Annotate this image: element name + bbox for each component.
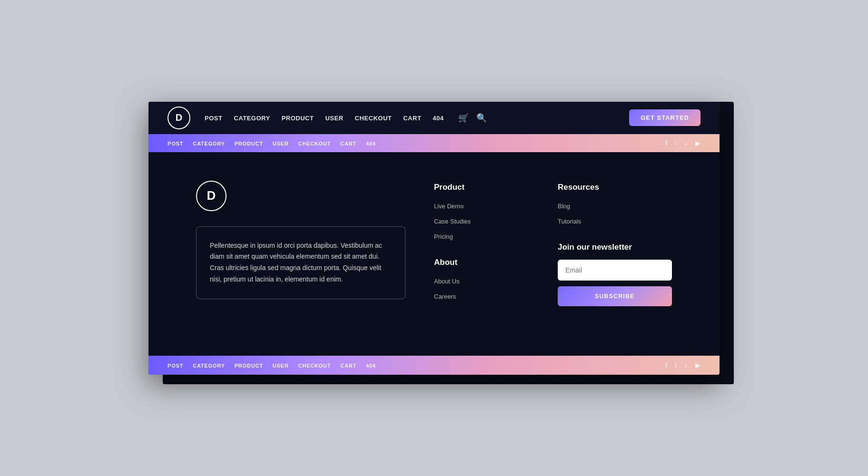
bottom-nav-links: POST CATEGORY PRODUCT USER CHECKOUT CART… — [168, 361, 376, 369]
product-section: Product Live Demo Case Studies Pricing — [434, 183, 529, 241]
link-live-demo[interactable]: Live Demo — [434, 203, 464, 210]
twitter-icon[interactable]: t — [675, 139, 677, 147]
search-icon[interactable]: 🔍 — [476, 113, 487, 123]
subscribe-button[interactable]: SUBSCRIBE — [558, 286, 672, 306]
right-column: Resources Blog Tutorials Join our newsle… — [558, 181, 672, 306]
link-case-studies[interactable]: Case Studies — [434, 218, 471, 225]
nav-post[interactable]: POST — [205, 115, 222, 122]
grad-nav-post[interactable]: POST — [168, 141, 183, 146]
link-pricing[interactable]: Pricing — [434, 233, 453, 240]
bottom-facebook-icon[interactable]: f — [665, 361, 667, 369]
about-links: About Us Careers — [434, 277, 529, 301]
content-area: D Pellentesque in ipsum id orci porta da… — [148, 152, 720, 356]
resources-links: Blog Tutorials — [558, 202, 672, 225]
bottom-nav-checkout[interactable]: CHECKOUT — [298, 363, 331, 369]
youtube-icon[interactable]: ▶ — [695, 139, 700, 147]
nav-category[interactable]: CATEGORY — [234, 115, 270, 122]
grad-nav-cart[interactable]: CART — [340, 141, 356, 146]
product-title: Product — [434, 183, 529, 192]
email-input[interactable] — [558, 260, 672, 281]
bottom-social: f t ♪ ▶ — [665, 361, 700, 369]
resources-title: Resources — [558, 183, 672, 192]
product-links: Live Demo Case Studies Pricing — [434, 202, 529, 241]
nav-404[interactable]: 404 — [433, 115, 444, 122]
nav-user[interactable]: USER — [325, 115, 343, 122]
gradient-navbar: POST CATEGORY PRODUCT USER CHECKOUT CART… — [148, 134, 720, 152]
grad-nav-checkout[interactable]: CHECKOUT — [298, 141, 331, 146]
bottom-tiktok-icon[interactable]: ♪ — [684, 361, 688, 369]
grad-nav-category[interactable]: CATEGORY — [193, 141, 225, 146]
bottom-twitter-icon[interactable]: t — [675, 361, 677, 369]
bottom-nav-post[interactable]: POST — [168, 363, 183, 369]
about-section: About About Us Careers — [434, 258, 529, 301]
link-tutorials[interactable]: Tutorials — [558, 218, 581, 225]
description-box: Pellentesque in ipsum id orci porta dapi… — [196, 226, 405, 299]
link-careers[interactable]: Careers — [434, 293, 456, 300]
top-navbar: D POST CATEGORY PRODUCT USER CHECKOUT CA… — [148, 102, 720, 134]
grad-nav-user[interactable]: USER — [273, 141, 289, 146]
top-nav-links: POST CATEGORY PRODUCT USER CHECKOUT CART… — [205, 114, 444, 122]
tiktok-icon[interactable]: ♪ — [684, 139, 688, 147]
bottom-nav-user[interactable]: USER — [273, 363, 289, 369]
grad-nav-404[interactable]: 404 — [366, 141, 376, 146]
about-title: About — [434, 258, 529, 267]
center-column: Product Live Demo Case Studies Pricing A… — [434, 181, 529, 318]
top-nav-icons: 🛒 🔍 — [458, 113, 487, 123]
bottom-gradient-bar: POST CATEGORY PRODUCT USER CHECKOUT CART… — [148, 356, 720, 375]
grad-nav-product[interactable]: PRODUCT — [235, 141, 263, 146]
gradient-nav-social: f t ♪ ▶ — [665, 139, 700, 147]
gradient-nav-links: POST CATEGORY PRODUCT USER CHECKOUT CART… — [168, 139, 376, 147]
newsletter-title: Join our newsletter — [558, 243, 672, 252]
bottom-nav-cart[interactable]: CART — [340, 363, 356, 369]
cart-icon[interactable]: 🛒 — [458, 113, 469, 123]
left-column: D Pellentesque in ipsum id orci porta da… — [196, 181, 405, 299]
bottom-nav-404[interactable]: 404 — [366, 363, 376, 369]
get-started-button[interactable]: GET STARTED — [629, 109, 700, 126]
description-text: Pellentesque in ipsum id orci porta dapi… — [210, 240, 392, 285]
newsletter-section: Join our newsletter SUBSCRIBE — [558, 243, 672, 306]
link-blog[interactable]: Blog — [558, 203, 570, 210]
facebook-icon[interactable]: f — [665, 139, 667, 147]
top-logo[interactable]: D — [168, 107, 190, 129]
bottom-nav-category[interactable]: CATEGORY — [193, 363, 225, 369]
resources-section: Resources Blog Tutorials — [558, 183, 672, 225]
nav-checkout[interactable]: CHECKOUT — [355, 115, 392, 122]
link-about-us[interactable]: About Us — [434, 278, 459, 285]
bottom-nav-product[interactable]: PRODUCT — [235, 363, 263, 369]
nav-product[interactable]: PRODUCT — [282, 115, 314, 122]
footer-logo[interactable]: D — [196, 181, 227, 211]
nav-cart[interactable]: CART — [403, 115, 421, 122]
bottom-youtube-icon[interactable]: ▶ — [695, 361, 700, 369]
top-nav-right: GET STARTED — [629, 109, 700, 126]
